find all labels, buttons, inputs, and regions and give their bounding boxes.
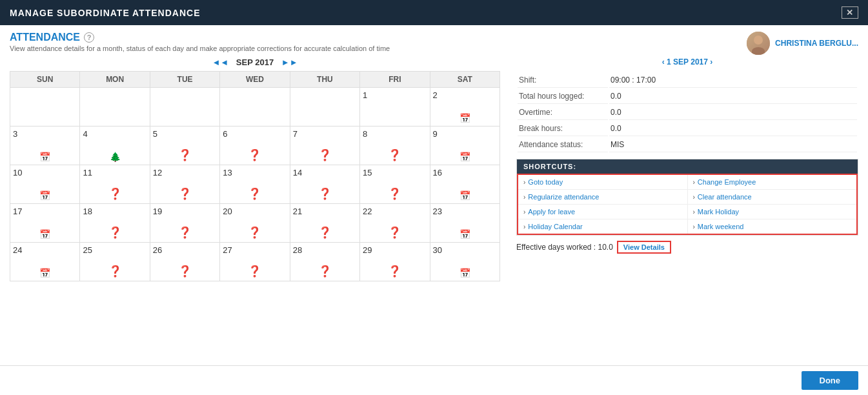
chevron-right-icon: › — [693, 194, 695, 201]
calendar-cell[interactable]: 14❓ — [290, 165, 359, 204]
calendar-day-header: SUN — [10, 72, 80, 88]
calendar-cell[interactable]: 20❓ — [220, 204, 290, 243]
calendar-day-header: WED — [220, 72, 290, 88]
calendar-cell[interactable]: 11❓ — [80, 165, 150, 204]
calendar-cell[interactable]: 13❓ — [220, 165, 290, 204]
shortcuts-row: ›Apply for leave›Mark Holiday — [518, 205, 856, 219]
question-icon: ❓ — [388, 265, 401, 278]
shortcut-item[interactable]: ›Clear attendance — [688, 190, 857, 204]
calendar-day-header: TUE — [150, 72, 219, 88]
prev-month-button[interactable]: ◄◄ — [212, 57, 228, 67]
question-icon: ❓ — [178, 226, 192, 239]
day-number: 30 — [433, 245, 497, 255]
question-icon: ❓ — [248, 148, 261, 162]
info-label: Shift: — [518, 73, 608, 88]
shortcut-item[interactable]: ›Regularize attendance — [518, 190, 688, 204]
question-icon: ❓ — [248, 226, 261, 239]
calendar-cell[interactable]: 1 — [360, 88, 430, 127]
shortcut-label: Mark Holiday — [698, 208, 739, 216]
prev-day-button[interactable]: ‹ — [662, 57, 665, 66]
chevron-right-icon: › — [523, 208, 525, 216]
title-bar: MANAGE SUBORDINATE ATTENDANCE ✕ — [0, 0, 868, 25]
day-number: 15 — [363, 168, 427, 177]
help-icon[interactable]: ? — [84, 32, 94, 43]
calendar-cell[interactable]: 7❓ — [290, 127, 359, 165]
question-icon: ❓ — [108, 265, 122, 278]
month-nav: ◄◄ SEP 2017 ►► — [10, 57, 500, 67]
day-number: 14 — [293, 168, 357, 177]
shortcut-item[interactable]: ›Mark Holiday — [688, 205, 857, 219]
calendar-icon: 📅 — [459, 113, 470, 123]
day-nav: ‹ 1 SEP 2017 › — [516, 57, 858, 66]
calendar-cell[interactable]: 10📅 — [10, 165, 80, 204]
calendar-cell[interactable]: 19❓ — [150, 204, 219, 243]
shortcut-item[interactable]: ›Change Employee — [688, 175, 857, 189]
day-number: 26 — [153, 245, 217, 255]
question-icon: ❓ — [178, 265, 192, 278]
calendar-cell[interactable]: 17📅 — [10, 204, 80, 243]
question-icon: ❓ — [318, 187, 332, 201]
calendar-cell — [80, 88, 150, 127]
day-number: 24 — [13, 245, 77, 255]
right-panel: ‹ 1 SEP 2017 › Shift:09:00 : 17:00Total … — [510, 57, 858, 371]
day-number: 8 — [363, 129, 427, 139]
shortcut-label: Mark weekend — [698, 223, 744, 230]
view-details-button[interactable]: View Details — [617, 241, 671, 254]
calendar-cell[interactable]: 8❓ — [360, 127, 430, 165]
shortcut-item[interactable]: ›Holiday Calendar — [518, 219, 688, 234]
calendar-cell[interactable]: 23📅 — [430, 204, 500, 243]
main-container: ATTENDANCE ? View attendance details for… — [0, 25, 868, 393]
calendar-cell[interactable]: 18❓ — [80, 204, 150, 243]
calendar-cell — [10, 88, 80, 127]
info-value: 09:00 : 17:00 — [609, 73, 857, 88]
info-label: Attendance status: — [518, 137, 608, 152]
calendar-cell[interactable]: 16📅 — [430, 165, 500, 204]
shortcut-item[interactable]: ›Goto today — [518, 175, 688, 189]
chevron-right-icon: › — [693, 179, 695, 186]
tree-icon: 🌲 — [110, 152, 121, 162]
shortcut-item[interactable]: ›Mark weekend — [688, 219, 857, 234]
day-number: 10 — [13, 168, 77, 177]
calendar-cell[interactable]: 6❓ — [220, 127, 290, 165]
chevron-right-icon: › — [693, 223, 695, 230]
calendar-cell[interactable]: 2📅 — [430, 88, 500, 127]
calendar-cell[interactable]: 27❓ — [220, 243, 290, 281]
day-number: 6 — [223, 129, 287, 139]
calendar-cell[interactable]: 12❓ — [150, 165, 219, 204]
close-button[interactable]: ✕ — [842, 6, 858, 19]
calendar-cell[interactable]: 21❓ — [290, 204, 359, 243]
calendar-cell[interactable]: 29❓ — [360, 243, 430, 281]
question-icon: ❓ — [178, 187, 192, 201]
calendar-icon: 📅 — [459, 190, 470, 201]
calendar-cell[interactable]: 22❓ — [360, 204, 430, 243]
done-button[interactable]: Done — [802, 371, 859, 390]
calendar-cell[interactable]: 25❓ — [80, 243, 150, 281]
calendar-icon: 📅 — [459, 152, 470, 162]
calendar-cell[interactable]: 30📅 — [430, 243, 500, 281]
day-number: 18 — [83, 207, 146, 216]
calendar-cell[interactable]: 26❓ — [150, 243, 219, 281]
calendar-day-header: FRI — [360, 72, 430, 88]
calendar-cell[interactable]: 9📅 — [430, 127, 500, 165]
calendar-cell[interactable]: 5❓ — [150, 127, 219, 165]
calendar-cell[interactable]: 4🌲 — [80, 127, 150, 165]
avatar — [747, 32, 770, 55]
chevron-right-icon: › — [693, 208, 695, 216]
question-icon: ❓ — [108, 226, 122, 239]
calendar-cell[interactable]: 28❓ — [290, 243, 359, 281]
next-day-button[interactable]: › — [710, 57, 712, 66]
avatar-image — [747, 32, 770, 55]
day-number: 5 — [153, 129, 217, 139]
effective-days-row: Effective days worked : 10.0 View Detail… — [516, 241, 858, 254]
calendar-cell[interactable]: 3📅 — [10, 127, 80, 165]
day-number: 11 — [83, 168, 146, 177]
next-month-button[interactable]: ►► — [281, 57, 298, 67]
user-info: CHRISTINA BERGLU... — [747, 32, 858, 55]
shortcut-label: Apply for leave — [528, 208, 575, 216]
shortcut-item[interactable]: ›Apply for leave — [518, 205, 688, 219]
day-number: 17 — [13, 207, 77, 216]
day-number: 23 — [433, 207, 497, 216]
calendar-cell[interactable]: 15❓ — [360, 165, 430, 204]
shortcut-label: Holiday Calendar — [528, 223, 582, 230]
calendar-cell[interactable]: 24📅 — [10, 243, 80, 281]
